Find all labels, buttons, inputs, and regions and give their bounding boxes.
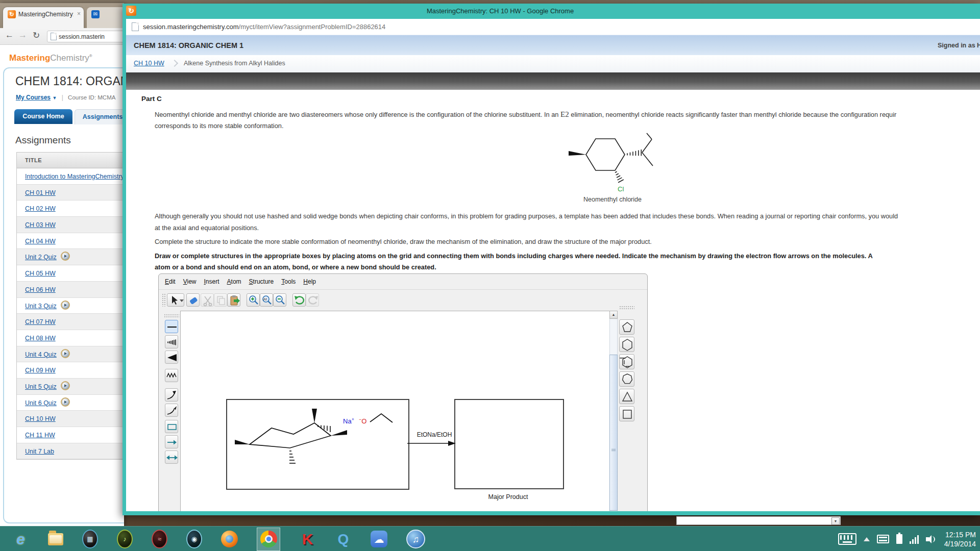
reload-button[interactable]: ↻	[33, 30, 40, 41]
redo-button[interactable]	[306, 293, 319, 307]
assignment-link[interactable]: Unit 3 Quiz	[25, 303, 57, 310]
audio-app-icon[interactable]: ≈	[152, 530, 167, 548]
foreground-browser-window[interactable]: ↻ MasteringChemistry: CH 10 HW - Google …	[122, 4, 980, 515]
address-bar[interactable]: session.masterin	[47, 31, 124, 42]
dropdown-arrow-icon[interactable]: ▼	[831, 517, 840, 525]
tab-assignments[interactable]: Assignments	[75, 109, 124, 124]
breadcrumb-link-ch10hw[interactable]: CH 10 HW	[134, 60, 164, 67]
chevron-down-icon[interactable]: ▼	[52, 95, 57, 101]
assignment-link[interactable]: CH 09 HW	[25, 367, 56, 374]
assignment-link[interactable]: CH 07 HW	[25, 318, 56, 325]
single-bond-button[interactable]	[165, 320, 178, 333]
touch-keyboard-icon[interactable]	[838, 533, 856, 545]
tab-course-home[interactable]: Course Home	[14, 109, 72, 124]
undo-button[interactable]	[292, 293, 306, 307]
rectangle-tool-button[interactable]	[165, 420, 178, 433]
assignment-link[interactable]: CH 01 HW	[25, 189, 56, 196]
kaspersky-icon[interactable]: K	[299, 531, 316, 547]
double-arrow-button[interactable]	[165, 450, 178, 464]
network-signal-icon[interactable]	[910, 535, 919, 544]
browser-tab-mail[interactable]: ✉	[87, 7, 124, 28]
background-browser-window[interactable]: ↻ MasteringChemistry: × ✉ ← → ↻ session.…	[0, 3, 124, 527]
assignment-link[interactable]: CH 06 HW	[25, 286, 56, 293]
assignment-link[interactable]: CH 05 HW	[25, 270, 56, 277]
quicktime-icon[interactable]: Q	[335, 531, 352, 547]
back-button[interactable]: ←	[5, 30, 14, 40]
taskbar-clock[interactable]: 12:15 PM 4/19/2014	[944, 530, 976, 548]
reaction-arrow-button[interactable]	[165, 435, 178, 448]
assignment-link[interactable]: Unit 2 Quiz	[25, 254, 57, 261]
bond-toolbar-drag-handle[interactable]	[164, 314, 179, 318]
assignment-link[interactable]: Unit 5 Quiz	[25, 383, 57, 390]
toolbar-drag-handle[interactable]	[162, 293, 166, 307]
tab-close-icon[interactable]: ×	[77, 10, 81, 17]
assignment-link[interactable]: Introduction to MasteringChemistry	[25, 173, 124, 180]
internet-explorer-icon[interactable]: e	[12, 531, 29, 547]
chrome-taskbar-button-active[interactable]	[257, 528, 280, 551]
ring-template-benzene-button[interactable]	[619, 354, 634, 369]
zoom-out-button[interactable]	[273, 293, 286, 307]
ethoxide-oxygen-label[interactable]: −O	[359, 417, 366, 425]
assignment-link[interactable]: CH 03 HW	[25, 221, 56, 229]
menu-structure[interactable]: Structure	[249, 278, 274, 285]
menu-edit[interactable]: Edit	[165, 278, 176, 285]
popup-address-bar[interactable]: session.masteringchemistry.com/myct/item…	[126, 19, 980, 35]
menu-atom[interactable]: Atom	[227, 278, 241, 285]
display-tray-icon[interactable]	[877, 535, 889, 543]
zoom-in-button[interactable]	[247, 293, 260, 307]
window-title-bar[interactable]: ↻ MasteringChemistry: CH 10 HW - Google …	[122, 4, 980, 19]
cut-button[interactable]	[201, 293, 214, 307]
battery-icon[interactable]	[896, 534, 902, 544]
curved-arrow-half-button[interactable]	[165, 404, 178, 417]
itunes-icon[interactable]: ♫	[406, 530, 425, 548]
ring-template-cyclobutane-button[interactable]	[619, 406, 634, 421]
product-box[interactable]	[454, 399, 564, 489]
assignment-link[interactable]: CH 08 HW	[25, 335, 56, 342]
menu-view[interactable]: View	[183, 278, 197, 285]
my-courses-link[interactable]: My Courses	[16, 94, 51, 101]
wavy-bond-button[interactable]	[165, 369, 178, 382]
ring-template-cyclopropane-button[interactable]	[619, 389, 634, 404]
file-explorer-icon[interactable]	[48, 533, 63, 545]
assignment-link[interactable]: CH 04 HW	[25, 238, 56, 245]
assignment-link[interactable]: Unit 4 Quiz	[25, 351, 57, 358]
assignment-link[interactable]: CH 11 HW	[25, 432, 55, 439]
chair-conformation-template[interactable]	[233, 408, 350, 469]
select-tool-button[interactable]	[167, 293, 184, 307]
menu-insert[interactable]: Insert	[204, 278, 219, 285]
chrome-icon[interactable]	[260, 531, 277, 547]
ethyl-chain-bonds[interactable]	[369, 411, 394, 424]
assignment-link[interactable]: CH 02 HW	[25, 205, 56, 212]
sodium-cation-label[interactable]: Na+	[343, 417, 354, 425]
scrollbar-up-icon[interactable]: ▲	[609, 311, 618, 319]
scrollbar-thumb[interactable]	[609, 355, 618, 511]
assignment-link[interactable]: Unit 6 Quiz	[25, 399, 57, 407]
eraser-button[interactable]	[186, 293, 200, 307]
show-hidden-icons-icon[interactable]	[864, 537, 870, 541]
assignment-link[interactable]: Unit 7 Lab	[25, 448, 54, 455]
zoom-all-button[interactable]: All	[260, 293, 273, 307]
forward-button[interactable]: →	[18, 30, 27, 40]
menu-tools[interactable]: Tools	[281, 278, 296, 285]
ring-template-cycloheptane-button[interactable]	[619, 371, 634, 387]
hashed-wedge-button[interactable]	[165, 335, 178, 348]
reaction-arrow[interactable]	[407, 439, 456, 447]
menu-help[interactable]: Help	[303, 278, 316, 285]
volume-icon[interactable]	[926, 535, 937, 544]
icloud-icon[interactable]: ☁	[371, 531, 387, 547]
molecule-sketcher[interactable]: EditViewInsertAtomStructureToolsHelp	[158, 273, 648, 511]
ring-template-cyclohexane-button[interactable]	[619, 337, 634, 352]
assignment-link[interactable]: CH 10 HW	[25, 415, 56, 422]
firefox-icon[interactable]	[221, 531, 238, 547]
disc-burner-icon[interactable]: ◉	[186, 530, 202, 548]
ring-template-cyclopentane-button[interactable]	[619, 319, 634, 335]
solid-wedge-button[interactable]	[165, 350, 178, 364]
zoom-in-icon	[247, 294, 260, 307]
media-player-icon[interactable]: ▦	[82, 530, 98, 548]
ring-toolbar-drag-handle[interactable]	[619, 306, 634, 310]
curved-arrow-button[interactable]	[165, 388, 178, 402]
browser-tab-mastering[interactable]: ↻ MasteringChemistry: ×	[3, 7, 84, 28]
paste-button[interactable]	[227, 293, 240, 307]
music-app-icon[interactable]: ♪	[117, 530, 133, 548]
copy-button[interactable]	[214, 293, 227, 307]
